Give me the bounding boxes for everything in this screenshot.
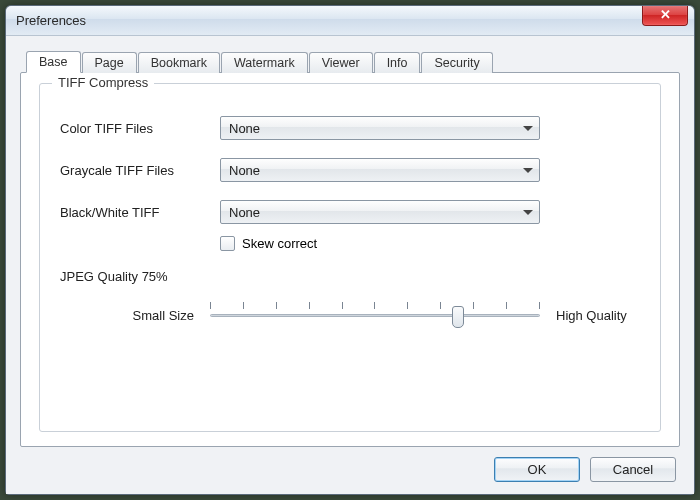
group-legend: TIFF Compress bbox=[52, 75, 154, 90]
tab-security[interactable]: Security bbox=[421, 52, 492, 73]
tiff-compress-group: TIFF Compress Color TIFF Files None Gray… bbox=[39, 83, 661, 432]
row-gray-tiff: Graycale TIFF Files None bbox=[60, 158, 640, 182]
chevron-down-icon bbox=[523, 168, 533, 173]
slider-track bbox=[210, 314, 540, 317]
tab-base[interactable]: Base bbox=[26, 51, 81, 73]
label-skew-correct: Skew correct bbox=[242, 236, 317, 251]
dialog-buttons: OK Cancel bbox=[20, 447, 680, 486]
label-jpeg-quality: JPEG Quality 75% bbox=[60, 269, 640, 284]
slider-ticks bbox=[210, 302, 540, 309]
label-bw-tiff: Black/White TIFF bbox=[60, 205, 220, 220]
close-icon: ✕ bbox=[660, 7, 671, 22]
combo-bw-tiff-value: None bbox=[229, 205, 260, 220]
ok-button[interactable]: OK bbox=[494, 457, 580, 482]
chevron-down-icon bbox=[523, 126, 533, 131]
label-small-size: Small Size bbox=[60, 308, 210, 323]
checkbox-skew-correct[interactable] bbox=[220, 236, 235, 251]
tab-viewer[interactable]: Viewer bbox=[309, 52, 373, 73]
tab-watermark[interactable]: Watermark bbox=[221, 52, 308, 73]
tab-bookmark[interactable]: Bookmark bbox=[138, 52, 220, 73]
row-color-tiff: Color TIFF Files None bbox=[60, 116, 640, 140]
row-skew-correct: Skew correct bbox=[220, 236, 640, 251]
label-color-tiff: Color TIFF Files bbox=[60, 121, 220, 136]
close-button[interactable]: ✕ bbox=[642, 6, 688, 26]
tabstrip: Base Page Bookmark Watermark Viewer Info… bbox=[26, 48, 680, 72]
combo-bw-tiff[interactable]: None bbox=[220, 200, 540, 224]
combo-gray-tiff[interactable]: None bbox=[220, 158, 540, 182]
combo-gray-tiff-value: None bbox=[229, 163, 260, 178]
chevron-down-icon bbox=[523, 210, 533, 215]
tab-info[interactable]: Info bbox=[374, 52, 421, 73]
preferences-window: Preferences ✕ Base Page Bookmark Waterma… bbox=[5, 5, 695, 495]
tabpanel-base: TIFF Compress Color TIFF Files None Gray… bbox=[20, 72, 680, 447]
row-jpeg-slider: Small Size High Quality bbox=[60, 300, 640, 330]
row-bw-tiff: Black/White TIFF None bbox=[60, 200, 640, 224]
slider-thumb[interactable] bbox=[452, 306, 464, 328]
client-area: Base Page Bookmark Watermark Viewer Info… bbox=[6, 36, 694, 494]
label-gray-tiff: Graycale TIFF Files bbox=[60, 163, 220, 178]
titlebar: Preferences ✕ bbox=[6, 6, 694, 36]
label-high-quality: High Quality bbox=[540, 308, 640, 323]
tab-page[interactable]: Page bbox=[82, 52, 137, 73]
slider-jpeg-quality[interactable] bbox=[210, 300, 540, 330]
combo-color-tiff[interactable]: None bbox=[220, 116, 540, 140]
window-title: Preferences bbox=[16, 13, 86, 28]
cancel-button[interactable]: Cancel bbox=[590, 457, 676, 482]
combo-color-tiff-value: None bbox=[229, 121, 260, 136]
